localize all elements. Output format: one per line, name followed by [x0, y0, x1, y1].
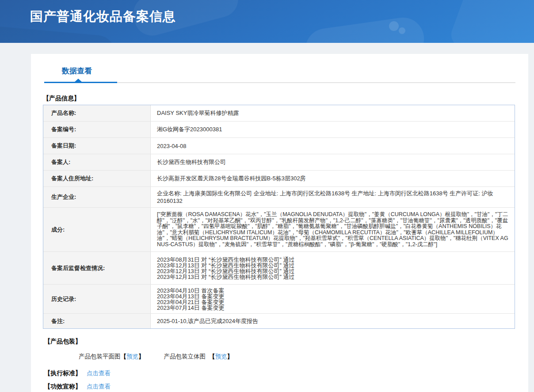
- row-value-text: 2023年08月31日 对 “长沙黛西生物科技有限公司” 通过 2023年12月…: [157, 257, 294, 280]
- row-value-text: 2023年04月10日 首次备案 2023年04月13日 备案变更 2023年0…: [157, 288, 224, 311]
- table-row-filing-number: 备案编号: 湘G妆网备字2023000381: [43, 122, 515, 138]
- banner-decor-dot: [389, 21, 399, 31]
- section-packaging-title: 【产品包装】: [44, 338, 528, 346]
- row-label: 备案后监督检查情况:: [43, 252, 151, 284]
- standard-row: 【执行标准】 点击查看: [44, 369, 528, 377]
- row-label: 备案编号:: [43, 122, 151, 137]
- banner-decor-shape: [447, 0, 534, 43]
- tab-data-view[interactable]: 数据查看: [62, 66, 92, 76]
- content-card: 数据查看 【产品信息】 产品名称: DAISY SKY翡冷翠菊科修护精露 备案编…: [31, 54, 528, 392]
- efficacy-view-link[interactable]: 点击查看: [87, 383, 111, 391]
- tab-active-arrow-icon: [74, 79, 82, 82]
- table-row-filing-date: 备案日期: 2023-04-08: [43, 138, 515, 154]
- bracket-close: 】: [227, 353, 233, 361]
- section-product-info-title: 【产品信息】: [43, 95, 528, 103]
- row-value: 2023年08月31日 对 “长沙黛西生物科技有限公司” 通过 2023年12月…: [151, 252, 515, 284]
- row-value: 2025-01-10,该产品已完成2024年度报告: [151, 314, 515, 328]
- packaging-stereo-item: 产品包装立体图 【预览】: [164, 353, 233, 361]
- efficacy-row: 【功效宣称】 点击查看: [44, 383, 528, 391]
- row-label: 历史记录:: [43, 285, 151, 313]
- row-value-text: DAISY SKY翡冷翠菊科修护精露: [157, 109, 239, 117]
- row-label: 成分:: [43, 208, 151, 251]
- bracket-open: 【: [209, 353, 215, 361]
- packaging-flat-preview-link[interactable]: 预览: [126, 353, 138, 361]
- packaging-flat-item: 产品包装平面图 【预览】: [79, 353, 145, 361]
- row-value-text: 长沙高新开发区麓天路28号金瑞麓谷科技园B-5栋3层302房: [157, 175, 306, 183]
- row-label: 产品名称:: [43, 105, 151, 121]
- tab-underline: [44, 82, 515, 83]
- table-row-remark: 备注: 2025-01-10,该产品已完成2024年度报告: [43, 314, 515, 328]
- packaging-stereo-label: 产品包装立体图: [164, 353, 206, 361]
- bracket-close: 】: [138, 353, 145, 361]
- table-row-filer: 备案人: 长沙黛西生物科技有限公司: [43, 154, 515, 171]
- row-label: 备注:: [43, 314, 151, 328]
- bracket-open: 【: [121, 353, 127, 361]
- packaging-stereo-preview-link[interactable]: 预览: [215, 353, 227, 361]
- packaging-links-row: 产品包装平面图 【预览】 产品包装立体图 【预览】: [79, 353, 528, 361]
- page-title: 国产普通化妆品备案信息: [30, 8, 176, 26]
- row-value-text: 2025-01-10,该产品已完成2024年度报告: [157, 317, 258, 325]
- section-standard-title: 【执行标准】: [44, 369, 81, 377]
- row-label: 备案人住所地址:: [43, 171, 151, 186]
- row-label: 备案人:: [43, 154, 151, 170]
- row-label: 备案日期:: [43, 138, 151, 154]
- row-value: 湘G妆网备字2023000381: [151, 122, 515, 137]
- row-value: DAISY SKY翡冷翠菊科修护精露: [151, 105, 515, 121]
- row-value-text: 长沙黛西生物科技有限公司: [157, 158, 226, 166]
- standard-view-link[interactable]: 点击查看: [87, 369, 111, 377]
- row-value: ["突厥蔷薇（ROSA DAMASCENA）花水"，"玉兰（MAGNOLIA D…: [151, 208, 515, 251]
- table-row-manufacturer: 生产企业: 企业名称: 上海康美国际生化有限公司 企业地址: 上海市闵行区北松路…: [43, 187, 515, 208]
- row-value-text: 2023-04-08: [157, 143, 187, 149]
- banner-decor-dot: [399, 27, 405, 34]
- table-row-filer-address: 备案人住所地址: 长沙高新开发区麓天路28号金瑞麓谷科技园B-5栋3层302房: [43, 171, 515, 187]
- packaging-flat-label: 产品包装平面图: [79, 353, 121, 361]
- row-value-text: 湘G妆网备字2023000381: [157, 126, 222, 133]
- page-banner: 国产普通化妆品备案信息: [0, 0, 534, 43]
- section-efficacy-title: 【功效宣称】: [44, 383, 81, 391]
- row-value: 长沙黛西生物科技有限公司: [151, 154, 515, 170]
- table-row-history: 历史记录: 2023年04月10日 首次备案 2023年04月13日 备案变更 …: [43, 285, 515, 314]
- row-value: 2023年04月10日 首次备案 2023年04月13日 备案变更 2023年0…: [151, 285, 515, 313]
- row-value: 2023-04-08: [151, 138, 515, 154]
- table-row-supervision: 备案后监督检查情况: 2023年08月31日 对 “长沙黛西生物科技有限公司” …: [43, 252, 515, 285]
- product-info-table: 产品名称: DAISY SKY翡冷翠菊科修护精露 备案编号: 湘G妆网备字202…: [43, 105, 515, 329]
- row-value: 企业名称: 上海康美国际生化有限公司 企业地址: 上海市闵行区北松路1638号 …: [151, 187, 515, 207]
- banner-decor-shape: [303, 15, 427, 43]
- row-value-text: ["突厥蔷薇（ROSA DAMASCENA）花水"，"玉兰（MAGNOLIA D…: [157, 212, 508, 247]
- table-row-ingredients: 成分: ["突厥蔷薇（ROSA DAMASCENA）花水"，"玉兰（MAGNOL…: [43, 208, 515, 252]
- table-row-product-name: 产品名称: DAISY SKY翡冷翠菊科修护精露: [43, 105, 515, 122]
- row-label: 生产企业:: [43, 187, 151, 207]
- row-value-text: 企业名称: 上海康美国际生化有限公司 企业地址: 上海市闵行区北松路1638号 …: [157, 190, 508, 205]
- banner-decor-shape: [0, 25, 116, 43]
- row-value: 长沙高新开发区麓天路28号金瑞麓谷科技园B-5栋3层302房: [151, 171, 515, 186]
